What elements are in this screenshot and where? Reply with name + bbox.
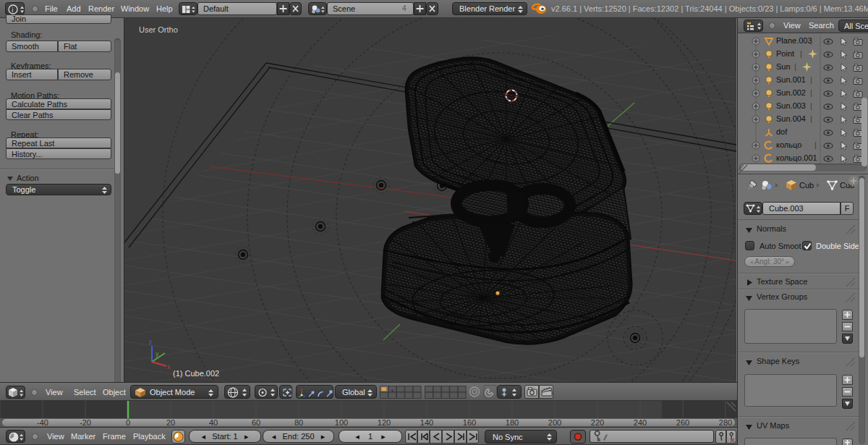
svg-text:180: 180 — [506, 418, 519, 427]
svg-text:80: 80 — [294, 418, 303, 427]
svg-text:160: 160 — [463, 418, 476, 427]
svg-text:i: i — [12, 7, 13, 14]
svg-text:120: 120 — [378, 418, 391, 427]
svg-text:x: x — [167, 363, 171, 370]
svg-text:280: 280 — [719, 418, 732, 427]
svg-text:Cub: Cub — [799, 181, 814, 190]
svg-text:220: 220 — [591, 418, 604, 427]
svg-text:100: 100 — [335, 418, 348, 427]
svg-text:140: 140 — [420, 418, 433, 427]
svg-text:-40: -40 — [37, 418, 48, 427]
svg-text:20: 20 — [166, 418, 175, 427]
svg-text:0: 0 — [126, 418, 130, 427]
svg-text:60: 60 — [252, 418, 260, 427]
svg-text:y: y — [156, 350, 159, 357]
svg-text:z: z — [149, 339, 153, 346]
svg-text:40: 40 — [209, 418, 218, 427]
svg-text:-20: -20 — [80, 418, 91, 427]
svg-text:200: 200 — [548, 418, 561, 427]
svg-text:240: 240 — [634, 418, 647, 427]
svg-text:260: 260 — [676, 418, 689, 427]
